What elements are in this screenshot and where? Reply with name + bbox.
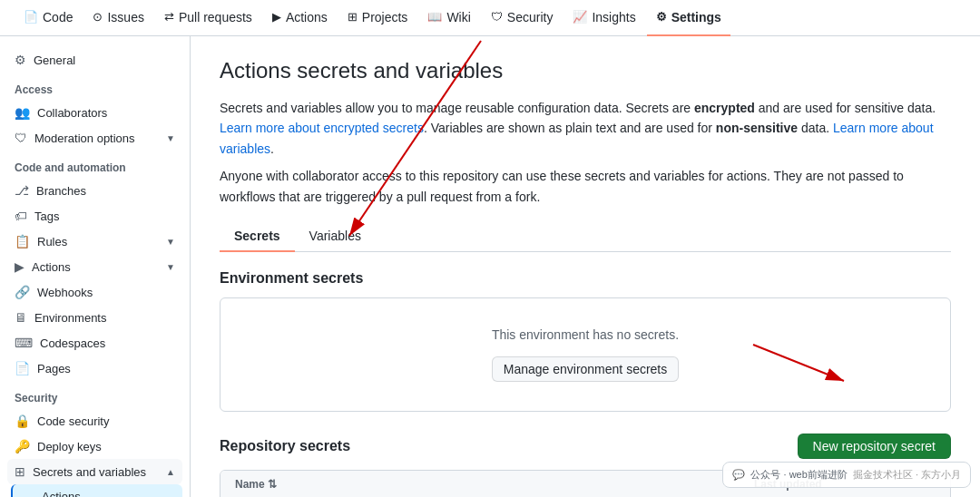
projects-icon: ⊞	[348, 10, 358, 24]
actions-icon: ▶	[272, 10, 281, 24]
nav-security[interactable]: 🛡 Security	[482, 0, 563, 36]
moderation-chevron-icon: ▼	[166, 133, 175, 143]
sidebar-item-branches[interactable]: ⎇ Branches	[7, 178, 182, 203]
sidebar-item-codespaces[interactable]: ⌨ Codespaces	[7, 330, 182, 356]
env-secrets-title: Environment secrets	[220, 270, 951, 287]
wechat-icon: 💬	[732, 469, 745, 481]
code-automation-section-label: Code and automation	[7, 151, 182, 178]
insights-icon: 📈	[573, 10, 587, 24]
sidebar-item-environments[interactable]: 🖥 Environments	[7, 305, 182, 330]
sidebar: ⚙ General Access 👥 Collaborators 🛡 Moder…	[0, 36, 191, 497]
sidebar-item-secrets-variables[interactable]: ⊞ Secrets and variables ▲	[7, 459, 182, 484]
moderation-icon: 🛡	[15, 131, 27, 145]
code-icon: 📄	[24, 10, 38, 24]
repo-secrets-header: Repository secrets New repository secret	[220, 434, 951, 459]
webhooks-icon: 🔗	[15, 285, 30, 299]
environments-icon: 🖥	[15, 310, 27, 325]
nav-settings[interactable]: ⚙ Settings	[647, 0, 730, 36]
sidebar-item-pages[interactable]: 📄 Pages	[7, 356, 182, 381]
nav-code[interactable]: 📄 Code	[15, 0, 82, 36]
sidebar-item-code-security[interactable]: 🔒 Code security	[7, 408, 182, 434]
sidebar-sub-item-actions[interactable]: Actions	[11, 484, 182, 497]
manage-env-secrets-button[interactable]: Manage environment secrets	[492, 356, 680, 382]
sidebar-item-collaborators[interactable]: 👥 Collaborators	[7, 100, 182, 125]
deploy-keys-icon: 🔑	[15, 439, 30, 453]
pr-icon: ⇄	[164, 10, 174, 24]
tab-secrets[interactable]: Secrets	[220, 221, 295, 252]
branches-icon: ⎇	[15, 183, 29, 198]
code-security-icon: 🔒	[15, 414, 30, 428]
sidebar-item-tags[interactable]: 🏷 Tags	[7, 203, 182, 229]
sidebar-item-deploy-keys[interactable]: 🔑 Deploy keys	[7, 434, 182, 459]
encrypted-secrets-link[interactable]: Learn more about encrypted secrets	[220, 121, 424, 135]
rules-icon: 📋	[15, 234, 30, 248]
rules-chevron-icon: ▼	[166, 237, 175, 247]
description-2: Anyone with collaborator access to this …	[220, 166, 951, 207]
description-1: Secrets and variables allow you to manag…	[220, 98, 951, 159]
nav-actions[interactable]: ▶ Actions	[263, 0, 337, 36]
repo-secrets-title: Repository secrets	[220, 438, 350, 454]
sidebar-item-moderation[interactable]: 🛡 Moderation options ▼	[7, 125, 182, 151]
security-section-label: Security	[7, 381, 182, 408]
pages-icon: 📄	[15, 361, 30, 375]
settings-icon: ⚙	[656, 10, 667, 24]
gear-icon: ⚙	[15, 53, 26, 67]
env-secrets-empty-box: This environment has no secrets. Manage …	[220, 297, 951, 412]
top-nav: 📄 Code ⊙ Issues ⇄ Pull requests ▶ Action…	[0, 0, 980, 36]
watermark: 💬 公众号 · web前端进阶 掘金技术社区 · 东方小月	[722, 462, 971, 488]
secrets-icon: ⊞	[15, 464, 25, 479]
tab-variables[interactable]: Variables	[295, 221, 376, 252]
sidebar-item-actions[interactable]: ▶ Actions ▼	[7, 254, 182, 279]
tags-icon: 🏷	[15, 209, 27, 223]
secrets-chevron-icon: ▲	[166, 467, 175, 477]
nav-pull-requests[interactable]: ⇄ Pull requests	[155, 0, 261, 36]
wiki-icon: 📖	[427, 10, 442, 24]
sidebar-item-rules[interactable]: 📋 Rules ▼	[7, 229, 182, 254]
nav-wiki[interactable]: 📖 Wiki	[418, 0, 479, 36]
codespaces-icon: ⌨	[15, 336, 33, 350]
content-area: Actions secrets and variables Secrets an…	[191, 36, 980, 497]
nav-insights[interactable]: 📈 Insights	[564, 0, 644, 36]
col-name-header: Name ⇅	[235, 478, 754, 491]
nav-projects[interactable]: ⊞ Projects	[338, 0, 417, 36]
actions-sidebar-icon: ▶	[15, 259, 24, 274]
tabs: Secrets Variables	[220, 221, 951, 252]
actions-chevron-icon: ▼	[166, 262, 175, 272]
nav-issues[interactable]: ⊙ Issues	[83, 0, 152, 36]
env-secrets-empty-text: This environment has no secrets.	[250, 327, 921, 342]
collaborators-icon: 👥	[15, 105, 30, 120]
sidebar-item-general[interactable]: ⚙ General	[7, 47, 182, 73]
sidebar-item-webhooks[interactable]: 🔗 Webhooks	[7, 279, 182, 305]
access-section-label: Access	[7, 73, 182, 100]
main-layout: ⚙ General Access 👥 Collaborators 🛡 Moder…	[0, 36, 980, 497]
new-repository-secret-button[interactable]: New repository secret	[798, 434, 951, 459]
page-title: Actions secrets and variables	[220, 58, 951, 83]
security-icon: 🛡	[491, 10, 503, 24]
issues-icon: ⊙	[93, 10, 103, 24]
